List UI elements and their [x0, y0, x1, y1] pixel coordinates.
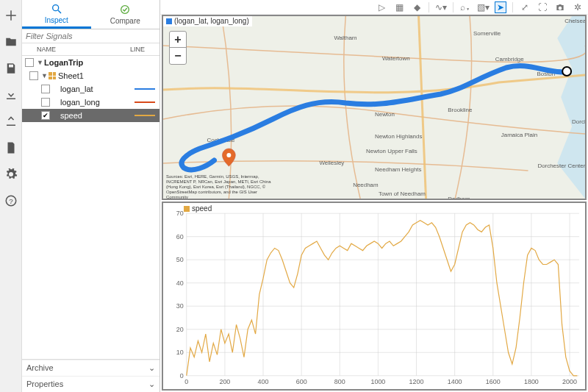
plus-icon[interactable]: [3, 7, 19, 24]
save-icon[interactable]: [3, 60, 19, 76]
header-line: LINE: [130, 46, 159, 53]
svg-text:2000: 2000: [562, 378, 577, 385]
signal-logan_long[interactable]: logan_long: [22, 96, 159, 109]
svg-text:10: 10: [176, 349, 184, 356]
tab-compare-label: Compare: [110, 17, 140, 25]
line-swatch: [135, 88, 155, 90]
tab-inspect[interactable]: Inspect: [22, 0, 91, 29]
map-canvas[interactable]: ChelseaSomervilleWalthamCambridgeWaterto…: [163, 16, 585, 199]
svg-text:1000: 1000: [370, 378, 385, 385]
import-icon[interactable]: [3, 87, 19, 103]
map-title: (logan_lat, logan_long): [163, 15, 252, 26]
tab-inspect-label: Inspect: [45, 16, 68, 24]
svg-text:20: 20: [176, 326, 184, 333]
svg-text:60: 60: [176, 233, 184, 240]
export-icon[interactable]: [3, 113, 19, 129]
chart-canvas[interactable]: 0102030405060700200400600800100012001400…: [163, 203, 585, 389]
chevron-down-icon: ⌄: [148, 379, 155, 389]
svg-text:30: 30: [176, 302, 184, 310]
tree-headers: NAME LINE: [22, 43, 159, 56]
properties-panel[interactable]: Properties⌄: [22, 376, 159, 392]
svg-text:600: 600: [296, 378, 307, 385]
chart-legend: speed: [184, 204, 212, 213]
signal-style-icon[interactable]: ∿▾: [435, 1, 447, 13]
play-icon[interactable]: ▷: [376, 1, 387, 13]
sidebar-tabs: Inspect Compare: [22, 0, 159, 29]
checkbox[interactable]: [25, 58, 34, 67]
svg-text:Jamaica Plain: Jamaica Plain: [501, 132, 537, 138]
svg-point-26: [562, 67, 571, 76]
header-name: NAME: [22, 46, 130, 53]
fullscreen-icon[interactable]: ⛶: [537, 1, 548, 13]
layout-grid-icon[interactable]: ▦: [393, 1, 405, 13]
svg-text:Dedham: Dedham: [448, 196, 470, 199]
snapshot-icon[interactable]: [554, 1, 566, 13]
line-swatch: [135, 115, 155, 116]
app-toolbar: ?: [0, 0, 22, 392]
svg-text:Town of Needham: Town of Needham: [379, 190, 426, 197]
main: ▷ ▦ ◆ ∿▾ ⌕▾ ▧▾ ➤ ⤢ ⛶ ✲ (logan_lat, logan…: [160, 0, 588, 392]
svg-text:1200: 1200: [409, 378, 424, 385]
checkbox[interactable]: [29, 71, 38, 80]
chevron-down-icon: ⌄: [148, 363, 155, 373]
svg-text:Dorchester Bay: Dorchester Bay: [572, 118, 585, 125]
svg-line-3: [58, 10, 61, 13]
svg-text:400: 400: [258, 378, 269, 385]
svg-text:Dorchester Center: Dorchester Center: [537, 163, 585, 169]
svg-text:Needham Heights: Needham Heights: [375, 166, 422, 173]
tree-root[interactable]: ▼ LoganTrip: [22, 56, 159, 69]
svg-point-25: [226, 153, 231, 157]
tag-icon[interactable]: ◆: [411, 1, 423, 13]
svg-text:Chelsea: Chelsea: [564, 18, 585, 24]
filter-input[interactable]: [22, 29, 159, 43]
sidebar: Inspect Compare NAME LINE ▼ LoganTrip ▼ …: [22, 0, 160, 392]
tree-sheet[interactable]: ▼ Sheet1: [22, 69, 159, 82]
svg-text:1800: 1800: [524, 378, 539, 385]
signal-logan_lat[interactable]: logan_lat: [22, 82, 159, 96]
svg-text:Newton: Newton: [375, 111, 395, 118]
map-zoom-control: + −: [169, 31, 187, 65]
svg-text:Waltham: Waltham: [334, 35, 356, 41]
svg-point-4: [121, 6, 129, 14]
sidebar-footer: Archive⌄ Properties⌄: [22, 359, 159, 392]
page-icon[interactable]: [3, 140, 19, 156]
map-pane[interactable]: (logan_lat, logan_long) + − ChelseaSomer…: [162, 15, 587, 200]
signal-speed[interactable]: speed: [22, 109, 159, 122]
svg-text:Brookline: Brookline: [448, 107, 473, 113]
chart-pane[interactable]: speed 0102030405060700200400600800100012…: [162, 202, 587, 391]
plot-toolbar: ▷ ▦ ◆ ∿▾ ⌕▾ ▧▾ ➤ ⤢ ⛶ ✲: [160, 0, 588, 15]
zoom-out-button[interactable]: −: [170, 48, 186, 64]
expand-icon[interactable]: ⤢: [519, 1, 531, 13]
sheet-icon: [49, 72, 56, 79]
svg-point-2: [52, 4, 58, 10]
svg-text:0: 0: [180, 372, 184, 379]
line-swatch: [135, 101, 155, 103]
help-icon[interactable]: ?: [3, 193, 19, 209]
svg-text:200: 200: [219, 378, 230, 385]
svg-text:Newton Highlands: Newton Highlands: [375, 133, 422, 140]
folder-icon[interactable]: [3, 34, 19, 50]
zoom-tool-icon[interactable]: ⌕▾: [459, 1, 471, 13]
svg-text:Somerville: Somerville: [473, 30, 501, 37]
svg-text:1600: 1600: [486, 378, 501, 385]
svg-text:0: 0: [184, 378, 188, 385]
svg-text:40: 40: [176, 279, 184, 287]
checkbox[interactable]: [41, 85, 50, 93]
svg-text:50: 50: [176, 256, 184, 263]
svg-text:?: ?: [9, 197, 13, 205]
pointer-icon[interactable]: ➤: [495, 1, 506, 13]
svg-text:70: 70: [176, 210, 184, 217]
svg-text:Newton Upper Falls: Newton Upper Falls: [366, 148, 417, 154]
archive-panel[interactable]: Archive⌄: [22, 360, 159, 376]
svg-text:Wellesley: Wellesley: [320, 160, 345, 166]
checkbox[interactable]: [41, 98, 50, 107]
box-select-icon[interactable]: ▧▾: [477, 1, 489, 13]
checkbox[interactable]: [41, 111, 50, 120]
svg-text:1400: 1400: [448, 378, 462, 385]
plot-settings-icon[interactable]: ✲: [572, 1, 584, 13]
signal-tree: ▼ LoganTrip ▼ Sheet1 logan_lat logan_lon…: [22, 56, 159, 359]
zoom-in-button[interactable]: +: [170, 32, 186, 48]
svg-text:800: 800: [334, 378, 345, 385]
tab-compare[interactable]: Compare: [91, 0, 160, 29]
gear-icon[interactable]: [3, 166, 19, 182]
